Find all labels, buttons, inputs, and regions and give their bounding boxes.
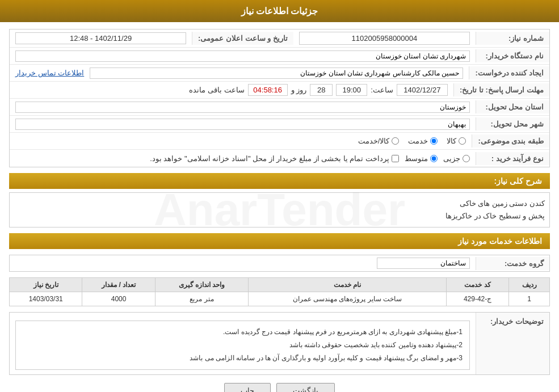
group-label: گروه خدمت:	[476, 257, 549, 270]
services-tbody: 1ج-42-429ساخت سایر پروژه‌های مهندسی عمرا…	[10, 292, 550, 306]
process-value: جزیی متوسط پرداخت تمام یا بخشی از مبلغ خ…	[10, 152, 476, 165]
table-cell: ج-42-429	[446, 292, 509, 306]
creator-input[interactable]	[90, 68, 463, 79]
buyer-org-row: نام دستگاه خریدار:	[10, 48, 549, 65]
time-label: ساعت:	[371, 86, 393, 94]
process-radio-group: جزیی متوسط پرداخت تمام یا بخشی از مبلغ خ…	[15, 154, 470, 163]
process-label: نوع فرآیند خرید :	[476, 152, 549, 165]
days-unit: روز و	[291, 86, 307, 94]
need-description-section-title: شرح کلی نیاز:	[9, 173, 550, 189]
category-value: کالا خدمت کالا/خدمت	[10, 134, 472, 147]
proc-motavasset-radio[interactable]	[430, 155, 438, 162]
print-button[interactable]: چاپ	[224, 383, 271, 392]
services-table: ردیف کد خدمت نام خدمت واحد اندازه گیری ت…	[9, 277, 550, 306]
col-unit: واحد اندازه گیری	[155, 278, 248, 292]
col-qty: تعداد / مقدار	[82, 278, 155, 292]
service-info-title: اطلاعات خدمات مورد نیاز	[9, 233, 550, 249]
province-label: استان محل تحویل:	[476, 100, 549, 113]
page-wrapper: جزئیات اطلاعات نیاز شماره نیاز: 11020059…	[0, 0, 559, 392]
city-row: شهر محل تحویل:	[10, 116, 549, 133]
province-value	[10, 99, 476, 115]
buyer-notes-value: 1-مبلغ پیشنهادی شهرداری به ازای هرمترمرب…	[10, 313, 476, 374]
deadline-date-row: 1402/12/27 ساعت: 19:00 28 روز و 04:58:16…	[15, 84, 448, 96]
cat-kala-item: کالا	[447, 137, 466, 145]
need-description-label: شرح کلی نیاز:	[494, 176, 542, 186]
table-cell: 1403/03/31	[10, 292, 82, 306]
buyer-notes-label: توضیحات خریدار:	[476, 313, 549, 374]
main-info-section: شماره نیاز: 1102005958000004 تاریخ و ساع…	[9, 29, 550, 167]
contact-link[interactable]: اطلاعات تماس خریدار	[15, 69, 84, 77]
col-name: نام خدمت	[249, 278, 447, 292]
deadline-date-box: 1402/12/27	[397, 84, 448, 96]
group-value	[10, 255, 476, 271]
cat-kala-radio[interactable]	[459, 137, 466, 145]
city-input[interactable]	[15, 119, 470, 130]
city-value	[10, 116, 476, 132]
back-button[interactable]: بازگشت	[276, 383, 335, 392]
buyer-notes-section: توضیحات خریدار: 1-مبلغ پیشنهادی شهرداری …	[9, 312, 550, 374]
cat-kala-khadamat-label: کالا/خدمت	[358, 137, 390, 145]
service-section: گروه خدمت: ردیف کد خدمت نام خدمت واحد ان…	[9, 255, 550, 306]
creator-row: ایجاد کننده درخواست: اطلاعات تماس خریدار	[10, 65, 549, 82]
need-description-box: AnarTender کندن دستی زمین های خاکی پخش و…	[9, 192, 550, 227]
main-content: شماره نیاز: 1102005958000004 تاریخ و ساع…	[0, 22, 559, 392]
creator-value: اطلاعات تماس خریدار	[10, 65, 469, 81]
cat-khadamat-item: خدمت	[408, 137, 438, 145]
page-title: جزئیات اطلاعات نیاز	[241, 6, 318, 16]
note-line: 1-مبلغ پیشنهادی شهرداری به ازای هرمترمرب…	[23, 326, 463, 339]
need-number-row: شماره نیاز: 1102005958000004 تاریخ و ساع…	[10, 29, 549, 48]
table-header-row: ردیف کد خدمت نام خدمت واحد اندازه گیری ت…	[10, 278, 550, 292]
proc-jozei-label: جزیی	[443, 154, 460, 163]
deadline-row: مهلت ارسال پاسخ: تا تاریخ: 1402/12/27 سا…	[10, 82, 549, 99]
countdown-box: 04:58:16	[248, 84, 288, 96]
col-date: تاریخ نیاز	[10, 278, 82, 292]
province-row: استان محل تحویل:	[10, 99, 549, 116]
need-description-content: کندن دستی زمین های خاکی پخش و تسطیح خاک …	[14, 197, 545, 222]
col-row: ردیف	[509, 278, 550, 292]
notes-box: 1-مبلغ پیشنهادی شهرداری به ازای هرمترمرب…	[15, 321, 470, 369]
process-row: نوع فرآیند خرید : جزیی متوسط	[10, 150, 549, 167]
cat-khadamat-radio[interactable]	[430, 137, 438, 145]
proc-jozei-radio[interactable]	[463, 155, 470, 162]
deadline-value: 1402/12/27 ساعت: 19:00 28 روز و 04:58:16…	[10, 82, 453, 98]
table-cell: متر مربع	[155, 292, 248, 306]
buyer-org-input[interactable]	[15, 50, 470, 62]
time-box: 19:00	[336, 84, 367, 96]
category-row: طبقه بندی موضوعی: کالا خدمت	[10, 133, 549, 150]
table-cell: ساخت سایر پروژه‌های مهندسی عمران	[249, 292, 447, 306]
province-input[interactable]	[15, 102, 470, 113]
public-date-label: تاریخ و ساعت اعلان عمومی:	[192, 32, 293, 45]
cat-kala-khadamat-item: کالا/خدمت	[358, 137, 400, 145]
days-box: 28	[310, 84, 333, 96]
proc-tamam-item: پرداخت تمام یا بخشی از مبلغ خریدار از مح…	[150, 154, 399, 163]
deadline-label: مهلت ارسال پاسخ: تا تاریخ:	[453, 83, 549, 96]
buyer-org-label: نام دستگاه خریدار:	[476, 49, 549, 62]
proc-jozei-item: جزیی	[443, 154, 470, 163]
cat-kala-label: کالا	[447, 137, 456, 145]
proc-motavasset-item: متوسط	[405, 154, 438, 163]
cat-khadamat-label: خدمت	[408, 137, 428, 145]
proc-motavasset-label: متوسط	[405, 154, 428, 163]
desc-line-2: پخش و تسطیح خاک در خاکریزها	[14, 210, 545, 222]
note-line: 3-مهر و امضای برگ پیشنهاد قیمت و کلیه بر…	[23, 352, 463, 365]
need-number-value: 1102005958000004	[293, 29, 476, 47]
table-row: 1ج-42-429ساخت سایر پروژه‌های مهندسی عمرا…	[10, 292, 550, 306]
note-line: 2-پیشنهاد دهنده وتامین کننده باید شخصیت …	[23, 339, 463, 352]
category-label: طبقه بندی موضوعی:	[472, 134, 549, 147]
table-cell: 4000	[82, 292, 155, 306]
group-input[interactable]	[377, 258, 470, 269]
col-code: کد خدمت	[446, 278, 509, 292]
cat-kala-khadamat-radio[interactable]	[392, 137, 399, 145]
page-header: جزئیات اطلاعات نیاز	[0, 0, 559, 22]
proc-tamam-check[interactable]	[392, 155, 399, 162]
need-number-label: شماره نیاز:	[476, 32, 549, 45]
buttons-row: بازگشت چاپ	[9, 383, 550, 392]
remaining-label: ساعت باقی مانده	[189, 86, 244, 94]
proc-tamam-label: پرداخت تمام یا بخشی از مبلغ خریدار از مح…	[150, 154, 389, 163]
creator-label: ایجاد کننده درخواست:	[469, 66, 549, 79]
need-number-box: 1102005958000004	[299, 32, 470, 45]
public-date-box: 1402/11/29 - 12:48	[15, 32, 186, 44]
buyer-org-value	[10, 48, 476, 64]
table-cell: 1	[509, 292, 550, 306]
public-date-value: 1402/11/29 - 12:48	[10, 30, 192, 47]
